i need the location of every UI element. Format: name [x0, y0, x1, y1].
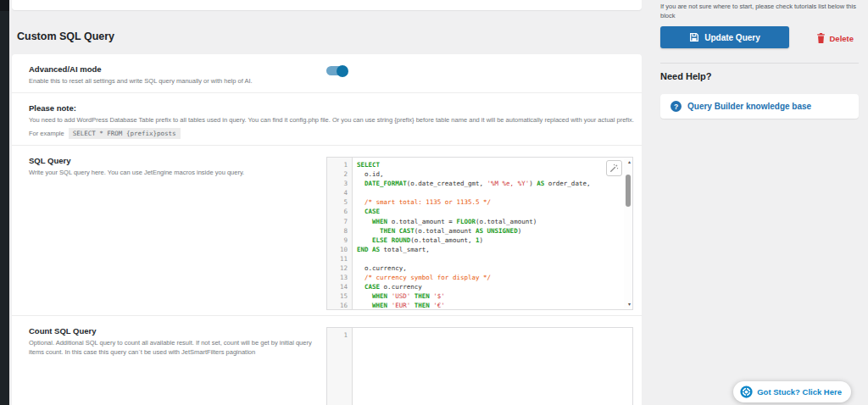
line-number: 3	[327, 179, 353, 188]
line-number: 8	[327, 226, 353, 236]
trash-icon	[816, 33, 826, 43]
line-number: 13	[327, 273, 353, 282]
code-line: 1	[327, 330, 632, 340]
code-line: 5 /* smart total: 1135 or 1135.5 */	[327, 197, 632, 207]
sidebar-divider	[660, 63, 859, 64]
editor-scrollbar[interactable]: ▴ ▾	[624, 158, 632, 308]
count-sql-query-description: Optional. Additional SQL query to count …	[29, 338, 313, 357]
save-icon	[689, 32, 699, 42]
line-number: 11	[327, 254, 353, 264]
tutorial-note: If you are not sure where to start, plea…	[660, 2, 859, 20]
scroll-up-icon[interactable]: ▴	[628, 159, 631, 164]
sql-query-labels: SQL Query Write your SQL query here. You…	[29, 156, 326, 308]
previous-panel-fragment	[12, 0, 642, 10]
scrollbar-thumb[interactable]	[626, 175, 631, 207]
scroll-down-icon[interactable]: ▾	[628, 302, 631, 307]
sql-query-label: SQL Query	[29, 156, 313, 166]
please-note-row: Please note: You need to add WordPress D…	[12, 93, 642, 146]
example-prefix-text: For example	[29, 130, 64, 137]
section-title: Custom SQL Query	[17, 31, 114, 42]
ai-assist-button[interactable]	[606, 160, 622, 176]
line-number: 14	[327, 282, 353, 291]
help-question-icon: ?	[670, 101, 682, 112]
code-line: 10END AS total_smart,	[327, 245, 632, 254]
wp-admin-sidebar-collapsed[interactable]	[0, 0, 9, 405]
please-note-text: You need to add WordPress Database Table…	[29, 115, 625, 125]
line-number: 5	[327, 197, 353, 207]
line-number: 12	[327, 264, 353, 273]
line-number: 2	[327, 169, 353, 179]
advanced-ai-mode-labels: Advanced/AI mode Enable this to reset al…	[29, 64, 326, 85]
please-note-example: For example SELECT * FROM {prefix}posts	[29, 128, 625, 139]
knowledge-base-card: ? Query Builder knowledge base	[660, 94, 859, 119]
code-line: 15 WHEN 'USD' THEN '$'	[327, 291, 632, 301]
update-query-button[interactable]: Update Query	[660, 26, 789, 48]
sql-code-editor[interactable]: 1SELECT2 o.id,3 DATE_FORMAT(o.date_creat…	[326, 157, 633, 310]
query-builder-screen: Custom SQL Query Advanced/AI mode Enable…	[0, 0, 868, 405]
advanced-ai-mode-toggle[interactable]	[326, 66, 347, 75]
sql-query-description: Write your SQL query here. You can use J…	[29, 168, 313, 177]
code-line: 7 WHEN o.total_amount = FLOOR(o.total_am…	[327, 217, 632, 226]
advanced-ai-mode-control	[326, 64, 625, 85]
lifebuoy-icon	[740, 386, 753, 398]
code-line: 2 o.id,	[327, 169, 632, 179]
knowledge-base-link[interactable]: Query Builder knowledge base	[687, 102, 811, 111]
got-stuck-label: Got Stuck? Click Here	[757, 387, 842, 397]
line-number: 6	[327, 207, 353, 216]
sql-query-row: SQL Query Write your SQL query here. You…	[12, 146, 642, 316]
code-line: 12 o.currency,	[327, 264, 632, 273]
wp-admin-sidebar-top	[0, 0, 9, 11]
count-sql-query-control: 1	[326, 326, 633, 405]
toggle-thumb-icon	[337, 65, 348, 77]
delete-button[interactable]: Delete	[811, 32, 859, 44]
count-sql-query-row: Count SQL Query Optional. Additional SQL…	[12, 316, 642, 405]
line-number: 9	[327, 236, 353, 245]
update-query-label: Update Query	[704, 33, 760, 42]
count-sql-query-label: Count SQL Query	[29, 326, 313, 336]
code-line: 4	[327, 188, 632, 197]
advanced-ai-mode-label: Advanced/AI mode	[29, 64, 313, 75]
need-help-title: Need Help?	[660, 71, 712, 81]
line-number: 16	[327, 301, 353, 310]
line-number: 15	[327, 291, 353, 301]
code-line: 6 CASE	[327, 207, 632, 216]
code-line: 16 WHEN 'EUR' THEN '€'	[327, 301, 632, 310]
code-line: 9 ELSE ROUND(o.total_amount, 1)	[327, 236, 632, 245]
example-sql-code: SELECT * FROM {prefix}posts	[69, 128, 181, 139]
delete-label: Delete	[829, 34, 854, 43]
code-line: 8 THEN CAST(o.total_amount AS UNSIGNED)	[327, 226, 632, 236]
line-number: 4	[327, 188, 353, 197]
count-sql-query-labels: Count SQL Query Optional. Additional SQL…	[29, 326, 326, 405]
custom-sql-query-panel: Advanced/AI mode Enable this to reset al…	[12, 54, 642, 405]
please-note-label: Please note:	[29, 103, 625, 114]
code-line: 14 CASE o.currency	[327, 282, 632, 291]
code-line: 11	[327, 254, 632, 264]
actions-sidebar: If you are not sure where to start, plea…	[660, 0, 859, 405]
code-line: 3 DATE_FORMAT(o.date_created_gmt, '%M %e…	[327, 179, 632, 188]
advanced-ai-mode-row: Advanced/AI mode Enable this to reset al…	[12, 54, 642, 93]
magic-wand-icon	[609, 164, 619, 173]
count-code-editor[interactable]: 1	[326, 327, 633, 405]
line-number: 7	[327, 217, 353, 226]
line-number: 1	[327, 330, 353, 340]
editor-lines: 1	[327, 328, 632, 340]
line-number: 1	[327, 160, 353, 169]
editor-lines: 1SELECT2 o.id,3 DATE_FORMAT(o.date_creat…	[327, 158, 632, 310]
got-stuck-button[interactable]: Got Stuck? Click Here	[733, 381, 851, 402]
line-number: 10	[327, 245, 353, 254]
sql-query-control: 1SELECT2 o.id,3 DATE_FORMAT(o.date_creat…	[326, 156, 633, 308]
code-line: 1SELECT	[327, 160, 632, 169]
advanced-ai-mode-description: Enable this to reset all settings and wr…	[29, 76, 313, 86]
code-line: 13 /* currency symbol for display */	[327, 273, 632, 282]
